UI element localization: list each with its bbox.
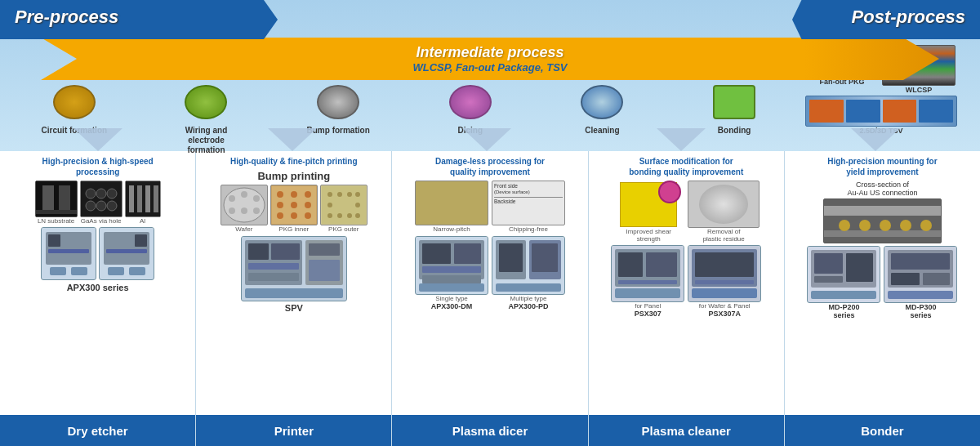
svg-rect-114 xyxy=(888,291,953,299)
svg-rect-96 xyxy=(824,230,941,237)
svg-point-97 xyxy=(839,220,850,231)
plastic-residue-img xyxy=(688,181,760,228)
narrow-pitch-img xyxy=(415,181,488,225)
svg-rect-25 xyxy=(50,267,66,275)
dry-etcher-footer: Dry etcher xyxy=(0,415,195,446)
ln-substrate-label: LN substrate xyxy=(38,217,74,225)
svg-rect-93 xyxy=(695,280,754,284)
svg-rect-80 xyxy=(499,243,523,272)
mdp300-machine xyxy=(884,246,957,303)
bonder-footer-label: Bonder xyxy=(861,424,904,438)
bump-wafer-img xyxy=(220,185,268,225)
plastic-residue-label: Removal ofplastic residue xyxy=(703,228,745,243)
apx300-machine-1 xyxy=(41,227,96,280)
mdp200-label: MD-P200series xyxy=(828,303,859,319)
svg-rect-107 xyxy=(814,276,843,283)
bump-images: Wafer PKG inner PKG outer xyxy=(201,185,386,233)
plasma-dicer-footer-label: Plasma dicer xyxy=(452,424,528,438)
bonder-footer: Bonder xyxy=(785,415,980,446)
cross-section-img xyxy=(823,198,942,243)
gaas-via-img xyxy=(80,181,122,217)
svg-point-100 xyxy=(900,220,911,231)
svg-point-36 xyxy=(253,195,260,202)
svg-rect-74 xyxy=(454,243,481,264)
svg-point-15 xyxy=(107,201,117,211)
dry-etcher-title: High-precision & high-speedprocessing xyxy=(5,156,190,177)
svg-rect-82 xyxy=(532,243,558,272)
svg-rect-66 xyxy=(248,273,299,281)
svg-marker-3 xyxy=(657,128,706,151)
wlcsp-label: WLCSP xyxy=(906,86,933,94)
printer-title: High-quality & fine-pitch printing xyxy=(201,156,386,167)
svg-point-47 xyxy=(277,212,283,219)
shear-strength-img xyxy=(612,181,684,228)
apx300pd-label: APX300-PD xyxy=(508,302,548,310)
svg-rect-29 xyxy=(135,234,147,247)
svg-point-52 xyxy=(337,192,342,197)
plasma-dicer-equipment: Single type APX300-DM Multiple type APX3… xyxy=(397,236,582,310)
dry-etcher-content: High-precision & high-speedprocessing LN… xyxy=(0,151,195,415)
svg-rect-83 xyxy=(496,283,561,292)
svg-rect-68 xyxy=(309,243,340,256)
single-type-label: Single type xyxy=(435,295,468,302)
svg-rect-89 xyxy=(615,288,680,298)
mdp300-label: MD-P300series xyxy=(905,303,936,319)
svg-rect-73 xyxy=(422,243,451,264)
dry-etcher-sem-images: LN substrate GaAs via hole Al xyxy=(5,181,190,225)
svg-rect-30 xyxy=(106,249,147,253)
svg-point-14 xyxy=(96,201,106,211)
plasma-dicer-samples: Narrow-pitch Front side (Device surface)… xyxy=(397,181,582,233)
narrow-pitch-label: Narrow-pitch xyxy=(433,225,470,233)
apx300-series-label: APX300 series xyxy=(5,283,190,292)
dry-etcher-footer-label: Dry etcher xyxy=(68,424,128,438)
diagonal-arrows-svg xyxy=(0,128,980,151)
svg-point-34 xyxy=(229,195,235,202)
svg-rect-32 xyxy=(129,267,145,275)
svg-marker-2 xyxy=(462,128,511,151)
svg-rect-105 xyxy=(814,253,843,274)
plasma-cleaner-column: Surface modification forbonding quality … xyxy=(589,151,785,446)
svg-rect-92 xyxy=(695,252,754,277)
svg-point-39 xyxy=(253,207,260,214)
printer-footer-label: Printer xyxy=(274,424,314,438)
svg-rect-26 xyxy=(71,267,87,275)
svg-rect-87 xyxy=(646,252,677,277)
svg-rect-6 xyxy=(42,185,54,210)
svg-rect-18 xyxy=(137,185,142,212)
bonder-title: High-precision mounting foryield improve… xyxy=(790,156,975,177)
svg-rect-111 xyxy=(891,253,950,270)
svg-rect-19 xyxy=(145,185,150,212)
bottom-section: High-precision & high-speedprocessing LN… xyxy=(0,151,980,446)
svg-point-35 xyxy=(241,191,247,198)
printer-content: High-quality & fine-pitch printing Bump … xyxy=(196,151,391,415)
printer-footer: Printer xyxy=(196,415,391,446)
plasma-cleaner-samples: Improved shearstrength Removal ofplastic… xyxy=(594,181,779,243)
bonding-icon xyxy=(710,82,759,123)
cross-section-wrapper: Cross-section ofAu-Au US connection xyxy=(790,181,975,243)
panel-label: for Panel xyxy=(635,302,661,310)
svg-point-48 xyxy=(291,212,297,219)
plasma-cleaner-content: Surface modification forbonding quality … xyxy=(589,151,784,415)
printer-column: High-quality & fine-pitch printing Bump … xyxy=(196,151,392,446)
psx307a-machine xyxy=(688,245,761,302)
svg-point-11 xyxy=(96,189,106,198)
svg-marker-4 xyxy=(851,128,900,151)
al-img xyxy=(125,181,161,217)
apx300dm-machine xyxy=(415,236,488,295)
svg-point-49 xyxy=(305,212,311,219)
pkg-outer-label: PKG outer xyxy=(328,225,359,233)
cleaning-icon xyxy=(577,82,626,123)
svg-rect-75 xyxy=(422,266,481,273)
psx307a-label: PSX307A xyxy=(708,310,741,318)
svg-rect-86 xyxy=(618,252,643,277)
svg-point-41 xyxy=(277,191,283,198)
svg-point-53 xyxy=(347,192,352,197)
pre-process-label: Pre-process xyxy=(15,7,118,28)
wafer-panel-label: for Wafer & Panel xyxy=(699,302,751,310)
svg-rect-113 xyxy=(923,273,950,285)
svg-point-43 xyxy=(305,191,311,198)
svg-rect-108 xyxy=(811,291,876,299)
ln-substrate-img xyxy=(35,181,78,217)
intermediate-subtitle: WLCSP, Fan-out Package, TSV xyxy=(412,61,567,74)
bonder-column: High-precision mounting foryield improve… xyxy=(785,151,980,446)
